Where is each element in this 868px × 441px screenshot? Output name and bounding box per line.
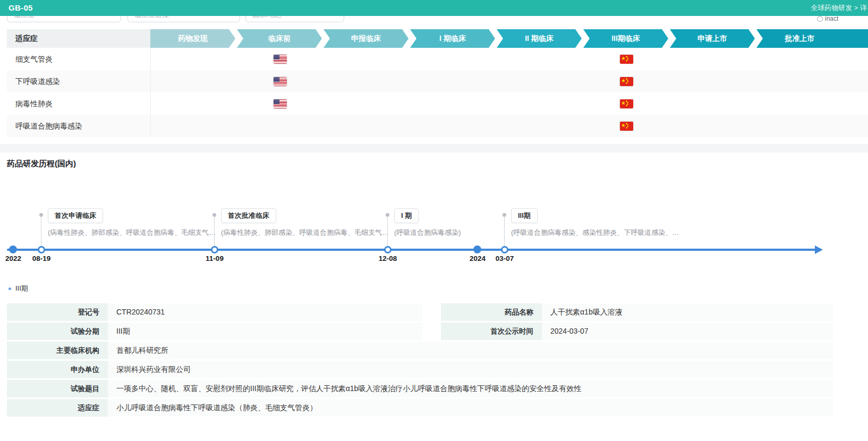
trial-detail-table: 登记号 CTR20240731 试验分期 III期 药品名称 人干扰素α1b吸入… <box>7 303 833 418</box>
sponsor-value: 深圳科兴药业有限公司 <box>108 361 833 378</box>
inactive-toggle-label: inact <box>825 15 838 22</box>
detail-label: 药品名称 <box>441 303 542 321</box>
clinical-institution-value: 首都儿科研究所 <box>108 342 833 359</box>
section-divider <box>0 144 868 152</box>
stage-header-row: 适应症 药物发现 临床前 申报临床 I 期临床 II 期临床 III期临床 申请… <box>7 29 868 48</box>
detail-row: 首次公示时间 2024-03-07 <box>441 323 833 340</box>
indication-stage-table: 适应症 药物发现 临床前 申报临床 I 期临床 II 期临床 III期临床 申请… <box>7 29 868 137</box>
detail-label: 试验分期 <box>7 323 108 340</box>
detail-label: 试验题目 <box>7 380 108 397</box>
trial-title-value: 一项多中心、随机、双盲、安慰剂对照的III期临床研究，评估人干扰素α1b吸入溶液… <box>108 380 833 397</box>
year-marker-dot <box>473 245 481 253</box>
event-node-icon[interactable] <box>384 246 392 253</box>
event-connector <box>387 216 388 249</box>
event-badge[interactable]: 首次批准临床 <box>221 208 276 223</box>
us-flag-icon <box>274 77 287 86</box>
indication-label: 下呼吸道感染 <box>7 77 60 86</box>
event-description: (呼吸道合胞病毒感染) <box>394 228 461 238</box>
registration-number-value: CTR20240731 <box>108 303 422 321</box>
stage-phase2: II 期临床 <box>497 29 582 48</box>
stage-ind-filing: 申报临床 <box>324 29 409 48</box>
bullet-icon <box>8 287 11 290</box>
detail-row: 试验题目 一项多中心、随机、双盲、安慰剂对照的III期临床研究，评估人干扰素α1… <box>7 380 833 397</box>
event-description: (呼吸道合胞病毒感染、感染性肺炎、下呼吸道感染、… <box>511 228 679 238</box>
event-date: 03-07 <box>496 255 514 262</box>
timeline-axis <box>7 249 817 251</box>
stage-arrows: 药物发现 临床前 申报临床 I 期临床 II 期临床 III期临床 申请上市 批… <box>150 29 868 48</box>
year-label: 2024 <box>470 255 486 262</box>
detail-label: 登记号 <box>7 303 108 321</box>
cn-flag-icon <box>620 99 633 108</box>
event-date: 11-09 <box>206 255 224 262</box>
phase-section-marker: III期 <box>8 284 28 293</box>
event-connector <box>504 216 505 249</box>
indication-label: 病毒性肺炎 <box>7 99 53 108</box>
event-node-icon[interactable] <box>501 246 508 253</box>
event-description: (病毒性肺炎、肺部感染、呼吸道合胞病毒、毛细支气… <box>221 228 389 238</box>
indication-label: 呼吸道合胞病毒感染 <box>7 122 82 130</box>
indication-value: 小儿呼吸道合胞病毒性下呼吸道感染（肺炎、毛细支气管炎） <box>108 399 833 417</box>
stage-phase1: I 期临床 <box>410 29 495 48</box>
detail-row: 主要临床机构 首都儿科研究所 <box>7 342 833 359</box>
breadcrumb[interactable]: 全球药物研发 > 详 <box>811 0 867 16</box>
table-row: 病毒性肺炎 <box>7 92 868 115</box>
year-label: 2022 <box>5 255 21 262</box>
event-connector <box>214 216 215 249</box>
event-node-icon[interactable] <box>211 246 218 253</box>
stage-preclinical: 临床前 <box>237 29 322 48</box>
stage-phase3: III期临床 <box>583 29 668 48</box>
radio-icon <box>817 16 823 22</box>
event-description: (病毒性肺炎、肺部感染、呼吸道合胞病毒、毛细支气… <box>48 228 216 238</box>
trial-phase-value: III期 <box>108 323 422 340</box>
table-row: 呼吸道合胞病毒感染 <box>7 115 868 137</box>
drug-name-value: 人干扰素α1b吸入溶液 <box>542 303 833 321</box>
detail-label: 适应症 <box>7 399 108 417</box>
detail-label: 首次公示时间 <box>441 323 542 340</box>
page-title: GB-05 <box>8 0 33 16</box>
cn-flag-icon <box>620 55 633 64</box>
detail-row: 药品名称 人干扰素α1b吸入溶液 <box>441 303 833 321</box>
event-badge[interactable]: 首次申请临床 <box>48 208 103 223</box>
indication-label: 细支气管炎 <box>7 55 53 63</box>
app-header: GB-05 全球药物研发 > 详 <box>0 0 868 16</box>
development-timeline: 2022 2024 首次申请临床 (病毒性肺炎、肺部感染、呼吸道合胞病毒、毛细支… <box>0 175 868 290</box>
detail-row: 申办单位 深圳科兴药业有限公司 <box>7 361 833 378</box>
cn-flag-icon <box>620 77 633 86</box>
detail-label: 申办单位 <box>7 361 108 378</box>
indication-column-header: 适应症 <box>7 29 150 48</box>
event-badge[interactable]: I 期 <box>394 208 419 223</box>
timeline-arrow-icon <box>815 245 823 254</box>
stage-drug-discovery: 药物发现 <box>150 29 235 48</box>
detail-row: 登记号 CTR20240731 <box>7 303 422 321</box>
us-flag-icon <box>274 99 287 108</box>
table-row: 下呼吸道感染 <box>7 70 868 92</box>
detail-row: 试验分期 III期 <box>7 323 422 340</box>
stage-nda: 申请上市 <box>670 29 755 48</box>
event-node-icon[interactable] <box>38 246 45 253</box>
event-date: 12-08 <box>379 255 397 262</box>
detail-row: 适应症 小儿呼吸道合胞病毒性下呼吸道感染（肺炎、毛细支气管炎） <box>7 399 833 417</box>
event-date: 08-19 <box>32 255 51 262</box>
us-flag-icon <box>274 55 287 64</box>
stage-approved: 批准上市 <box>756 29 868 48</box>
phase-section-label: III期 <box>15 284 28 293</box>
year-marker-dot <box>9 245 17 253</box>
table-row: 细支气管炎 <box>7 48 868 70</box>
inactive-toggle[interactable]: inact <box>817 15 838 22</box>
event-connector <box>41 216 41 249</box>
timeline-section-title: 药品研发历程(国内) <box>7 159 76 169</box>
event-badge[interactable]: III期 <box>511 208 538 223</box>
cn-flag-icon <box>620 122 633 131</box>
first-publicity-date-value: 2024-03-07 <box>542 323 833 340</box>
detail-label: 主要临床机构 <box>7 342 108 359</box>
